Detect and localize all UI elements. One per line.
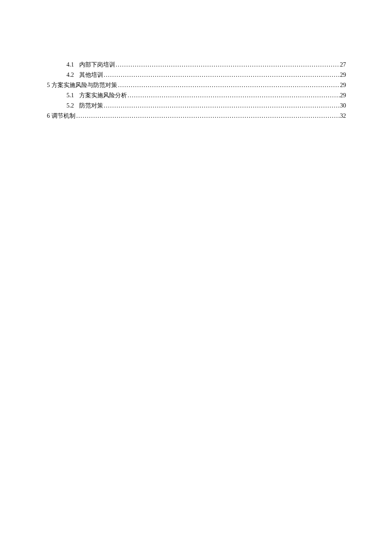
toc-entry: 5.1 方案实施风险分析 29 <box>47 90 346 101</box>
toc-number: 4.1 <box>66 60 74 70</box>
toc-number: 5.1 <box>66 90 74 101</box>
toc-page: 29 <box>340 90 346 101</box>
toc-page: 29 <box>340 70 346 80</box>
toc-page: 30 <box>340 101 346 111</box>
toc-number: 5 <box>47 80 50 90</box>
toc-leader <box>103 70 340 80</box>
toc-entry: 5.2 防范对策 30 <box>47 101 346 111</box>
toc-leader <box>75 111 340 121</box>
toc-entry: 4.2 其他培训 29 <box>47 70 346 80</box>
toc-title: 方案实施风险分析 <box>79 90 127 101</box>
toc-entry: 6 调节机制 32 <box>47 111 346 121</box>
toc-leader <box>117 80 340 90</box>
toc-entry: 5 方案实施风险与防范对策 29 <box>47 80 346 90</box>
toc-number: 5.2 <box>66 101 74 111</box>
toc-entry: 4.1 内部下岗培训 27 <box>47 60 346 70</box>
toc-leader <box>115 60 340 70</box>
toc-page: 32 <box>340 111 346 121</box>
toc-leader <box>127 90 340 101</box>
toc-title: 内部下岗培训 <box>79 60 115 70</box>
toc-page: 27 <box>340 60 346 70</box>
toc-title: 其他培训 <box>79 70 103 80</box>
toc: 4.1 内部下岗培训 27 4.2 其他培训 29 5 方案实施风险与防范对策 … <box>47 60 346 121</box>
toc-number: 6 <box>47 111 50 121</box>
toc-leader <box>103 101 340 111</box>
toc-title: 方案实施风险与防范对策 <box>52 80 117 90</box>
toc-title: 防范对策 <box>79 101 103 111</box>
toc-page: 29 <box>340 80 346 90</box>
toc-number: 4.2 <box>66 70 74 80</box>
toc-title: 调节机制 <box>52 111 75 121</box>
